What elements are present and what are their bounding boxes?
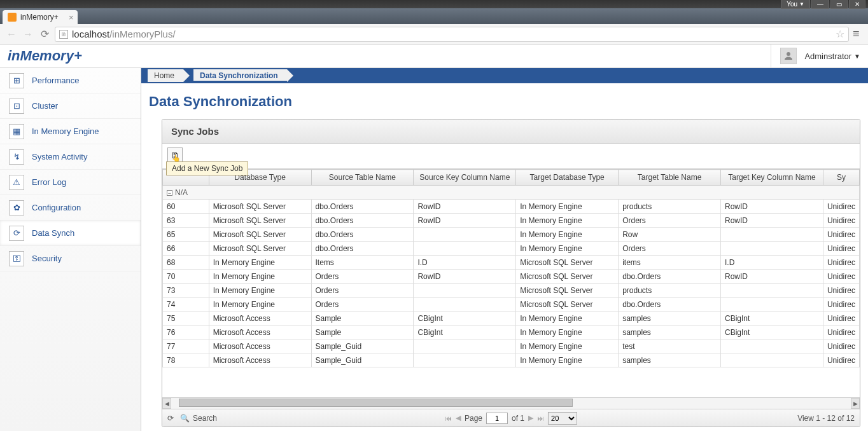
sidebar-item-cluster[interactable]: ⊡Cluster bbox=[0, 93, 141, 119]
scrollbar-track[interactable] bbox=[171, 398, 851, 409]
column-header[interactable]: Sy bbox=[823, 170, 859, 186]
cell-tgt_key: CBigInt bbox=[721, 311, 823, 325]
table-row[interactable]: 77Microsoft AccessSample_GuidIn Memory E… bbox=[163, 339, 860, 353]
reload-button[interactable]: ⟳ bbox=[38, 28, 51, 41]
cell-src_db: Microsoft SQL Server bbox=[209, 214, 311, 228]
collapse-toggle-icon[interactable]: − bbox=[167, 190, 172, 196]
hamburger-menu-icon[interactable]: ≡ bbox=[853, 27, 863, 41]
scrollbar-thumb[interactable] bbox=[179, 399, 573, 407]
column-header[interactable]: Source Key Column Name bbox=[414, 170, 516, 186]
pager-page-input[interactable] bbox=[486, 413, 508, 424]
page-title: Data Synchronization bbox=[149, 93, 860, 110]
tab-close-icon[interactable]: × bbox=[69, 13, 74, 22]
add-sync-job-button[interactable]: 🗎 👆 bbox=[167, 147, 183, 163]
table-row[interactable]: 78Microsoft AccessSample_GuidIn Memory E… bbox=[163, 353, 860, 367]
back-button[interactable]: ← bbox=[5, 28, 18, 41]
scroll-left-icon[interactable]: ◀ bbox=[162, 398, 171, 409]
sidebar-item-label: Data Synch bbox=[32, 228, 74, 238]
cell-sync: Unidirec bbox=[823, 325, 859, 339]
refresh-icon[interactable]: ⟳ bbox=[167, 414, 176, 423]
sidebar-item-data-synch[interactable]: ⟳Data Synch bbox=[0, 221, 141, 246]
browser-tab[interactable]: inMemory+ × bbox=[3, 10, 78, 24]
sidebar-item-in-memory-engine[interactable]: ▦In Memory Engine bbox=[0, 119, 141, 144]
table-row[interactable]: 75Microsoft AccessSampleCBigIntIn Memory… bbox=[163, 311, 860, 325]
chrome-user-button[interactable]: You▼ bbox=[781, 0, 810, 9]
cell-src_key bbox=[414, 284, 516, 298]
close-window-button[interactable]: ✕ bbox=[849, 0, 865, 9]
address-bar[interactable]: 🗎 localhost/inMemoryPlus/ ☆ bbox=[55, 27, 849, 42]
breadcrumb-data-synchronization[interactable]: Data Synchronization bbox=[193, 69, 287, 82]
cell-tgt_db: In Memory Engine bbox=[516, 339, 619, 353]
minimize-button[interactable]: — bbox=[811, 0, 829, 9]
page-info-icon[interactable]: 🗎 bbox=[59, 30, 68, 39]
cell-sync: Unidirec bbox=[823, 256, 859, 270]
sidebar-item-error-log[interactable]: ⚠Error Log bbox=[0, 170, 141, 195]
sidebar-icon: ⟳ bbox=[9, 226, 24, 241]
search-icon[interactable]: 🔍 bbox=[180, 414, 189, 423]
table-group-row[interactable]: −N/A bbox=[163, 186, 860, 200]
cell-tgt_tbl: Orders bbox=[619, 214, 721, 228]
sidebar-icon: ⊞ bbox=[9, 73, 24, 88]
table-row[interactable]: 60Microsoft SQL Serverdbo.OrdersRowIDIn … bbox=[163, 200, 860, 214]
breadcrumb-home[interactable]: Home bbox=[148, 69, 183, 82]
cell-src_db: In Memory Engine bbox=[209, 298, 311, 311]
bookmark-icon[interactable]: ☆ bbox=[836, 28, 844, 40]
table-row[interactable]: 73In Memory EngineOrdersMicrosoft SQL Se… bbox=[163, 284, 860, 298]
column-header[interactable]: Target Table Name bbox=[619, 170, 721, 186]
scroll-right-icon[interactable]: ▶ bbox=[851, 398, 860, 409]
column-header[interactable]: Source Table Name bbox=[311, 170, 414, 186]
table-row[interactable]: 68In Memory EngineItemsI.DMicrosoft SQL … bbox=[163, 256, 860, 270]
table-row[interactable]: 65Microsoft SQL Serverdbo.OrdersIn Memor… bbox=[163, 228, 860, 242]
pager-next-icon[interactable]: ▶ bbox=[528, 414, 533, 422]
cell-id: 74 bbox=[163, 298, 209, 311]
pager-first-icon[interactable]: ⏮ bbox=[445, 414, 452, 422]
chrome-user-label: You bbox=[787, 1, 797, 8]
pager-last-icon[interactable]: ⏭ bbox=[537, 414, 544, 422]
sidebar-item-system-activity[interactable]: ↯System Activity bbox=[0, 144, 141, 170]
cell-tgt_db: Microsoft SQL Server bbox=[516, 284, 619, 298]
forward-button[interactable]: → bbox=[22, 28, 34, 41]
cell-src_db: In Memory Engine bbox=[209, 270, 311, 284]
table-row[interactable]: 74In Memory EngineOrdersMicrosoft SQL Se… bbox=[163, 298, 860, 311]
sidebar-item-security[interactable]: ⚿Security bbox=[0, 246, 141, 271]
avatar[interactable] bbox=[780, 48, 797, 64]
cell-src_key: RowID bbox=[414, 200, 516, 214]
user-name: Adminstrator bbox=[804, 51, 851, 61]
user-dropdown[interactable]: Adminstrator ▼ bbox=[804, 51, 860, 61]
table-row[interactable]: 63Microsoft SQL Serverdbo.OrdersRowIDIn … bbox=[163, 214, 860, 228]
cell-src_db: Microsoft Access bbox=[209, 325, 311, 339]
cell-tgt_tbl: samples bbox=[619, 325, 721, 339]
cell-sync: Unidirec bbox=[823, 270, 859, 284]
cell-sync: Unidirec bbox=[823, 311, 859, 325]
maximize-button[interactable]: ▭ bbox=[830, 0, 848, 9]
column-header[interactable]: Target Key Column Name bbox=[721, 170, 823, 186]
window-titlebar: You▼ — ▭ ✕ bbox=[0, 0, 868, 8]
sync-jobs-table: Database TypeSource Table NameSource Key… bbox=[162, 169, 860, 367]
cell-src_tbl: Sample_Guid bbox=[311, 353, 414, 367]
group-label: N/A bbox=[175, 188, 188, 197]
sidebar-item-label: Cluster bbox=[32, 101, 58, 111]
table-row[interactable]: 70In Memory EngineOrdersRowIDMicrosoft S… bbox=[163, 270, 860, 284]
cell-tgt_key: CBigInt bbox=[721, 325, 823, 339]
sidebar-item-performance[interactable]: ⊞Performance bbox=[0, 68, 141, 93]
panel-toolbar: 🗎 👆 Add a New Sync Job bbox=[162, 144, 860, 169]
cell-tgt_key: RowID bbox=[721, 214, 823, 228]
tooltip: Add a New Sync Job bbox=[166, 161, 248, 175]
cell-tgt_key: I.D bbox=[721, 256, 823, 270]
search-label[interactable]: Search bbox=[193, 414, 217, 423]
table-row[interactable]: 76Microsoft AccessSampleCBigIntIn Memory… bbox=[163, 325, 860, 339]
table-row[interactable]: 66Microsoft SQL Serverdbo.OrdersIn Memor… bbox=[163, 242, 860, 256]
page-size-select[interactable]: 20 bbox=[548, 412, 577, 425]
horizontal-scrollbar[interactable]: ◀ ▶ bbox=[162, 397, 860, 409]
cell-tgt_tbl: samples bbox=[619, 311, 721, 325]
cell-id: 76 bbox=[163, 325, 209, 339]
cell-tgt_db: In Memory Engine bbox=[516, 200, 619, 214]
cell-src_tbl: Sample bbox=[311, 325, 414, 339]
cell-tgt_key: RowID bbox=[721, 270, 823, 284]
sidebar-item-configuration[interactable]: ✿Configuration bbox=[0, 195, 141, 221]
pager-prev-icon[interactable]: ◀ bbox=[456, 414, 461, 422]
browser-toolbar: ← → ⟳ 🗎 localhost/inMemoryPlus/ ☆ ≡ bbox=[0, 24, 868, 44]
cell-src_tbl: dbo.Orders bbox=[311, 242, 414, 256]
column-header[interactable]: Target Database Type bbox=[516, 170, 619, 186]
cell-src_tbl: Orders bbox=[311, 284, 414, 298]
